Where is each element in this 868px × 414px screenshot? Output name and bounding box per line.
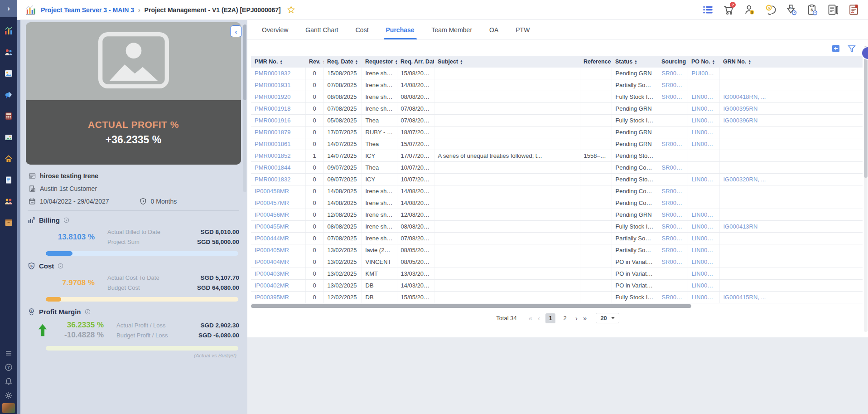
cell-pmr_no[interactable]: PMR0001844 [251, 162, 305, 174]
tab-oa[interactable]: OA [489, 20, 498, 39]
cell-grn_no[interactable]: IG000395RN [719, 103, 863, 115]
sort-icon[interactable]: ▲▼ [748, 59, 751, 64]
breadcrumb-root-link[interactable]: Project Team Server 3 - MAIN 3 [41, 6, 134, 14]
cell-pmr_no[interactable]: PMR0001920 [251, 91, 305, 103]
cell-grn_no[interactable]: IG000396RN [719, 115, 863, 127]
cell-pmr_no[interactable]: IP000395MR [251, 292, 305, 303]
cell-grn_no[interactable]: IG000320RN, ... [719, 174, 863, 185]
contract-icon[interactable] [848, 4, 860, 16]
cell-po_no[interactable]: LIN0000486 [688, 221, 719, 233]
cell-po_no[interactable]: LIN0000426 [688, 244, 719, 256]
column-header-req_date[interactable]: Req. Date▲▼ [323, 56, 362, 68]
first-page-button[interactable]: « [529, 314, 532, 322]
cell-sourcing_no[interactable]: SR000432PU,... [658, 244, 688, 256]
cell-pmr_no[interactable]: PMR0001861 [251, 138, 305, 150]
cell-pmr_no[interactable]: IP000402MR [251, 280, 305, 292]
cell-pmr_no[interactable]: IP000403MR [251, 268, 305, 280]
user-avatar[interactable] [2, 403, 15, 413]
cell-pmr_no[interactable]: IP000444MR [251, 233, 305, 244]
favorite-star-icon[interactable] [285, 5, 295, 14]
home-app-icon[interactable] [4, 154, 13, 163]
next-page-button[interactable]: › [575, 314, 578, 322]
page-button-1[interactable]: 1 [545, 313, 555, 323]
tab-ptw[interactable]: PTW [516, 20, 530, 39]
cell-po_no[interactable]: LIN0000492, ... [688, 209, 719, 221]
tab-overview[interactable]: Overview [262, 20, 288, 39]
cell-pmr_no[interactable]: IP000455MR [251, 221, 305, 233]
column-header-subject[interactable]: Subject▲▼ [434, 56, 580, 68]
cost-info-icon[interactable] [58, 263, 63, 269]
column-header-grn_no[interactable]: GRN No.▲▼ [719, 56, 863, 68]
help-icon[interactable]: ? [5, 363, 13, 371]
horizontal-scrollbar[interactable] [251, 304, 863, 308]
cell-sourcing_no[interactable]: SR000448PU [658, 79, 688, 91]
invoice-icon[interactable] [827, 4, 839, 16]
photos-app-icon[interactable] [4, 133, 13, 142]
column-header-po_no[interactable]: PO No.▲▼ [688, 56, 719, 68]
cart-icon[interactable]: ? [723, 4, 735, 16]
cell-grn_no[interactable]: IG000418RN, ... [719, 91, 863, 103]
cell-po_no[interactable]: LIN0000405 [688, 174, 719, 185]
cell-pmr_no[interactable]: IP000405MR [251, 244, 305, 256]
page-size-select[interactable]: 20 [596, 313, 619, 323]
coin-user-icon[interactable]: $ [764, 4, 776, 16]
sidebar-expand-button[interactable]: › [0, 0, 17, 17]
cell-grn_no[interactable]: IG000415RN, ... [719, 292, 863, 303]
last-page-button[interactable]: » [583, 314, 587, 322]
import-dollar-icon[interactable]: $ [785, 4, 797, 16]
column-header-sourcing_no[interactable]: Sourcing No.▲▼ [658, 56, 688, 68]
menu-list-icon[interactable] [702, 4, 714, 16]
tab-gantt-chart[interactable]: Gantt Chart [305, 20, 338, 39]
sort-icon[interactable]: ▲▼ [634, 59, 637, 64]
column-header-pmr_no[interactable]: PMR No.▲▼ [251, 56, 305, 68]
clipboard-dollar-icon[interactable]: $ [806, 4, 818, 16]
cell-sourcing_no[interactable]: SR000441PU,... [658, 233, 688, 244]
cell-po_no[interactable]: LIN0000430 [688, 280, 719, 292]
tab-cost[interactable]: Cost [356, 20, 369, 39]
cell-pmr_no[interactable]: IP000456MR [251, 209, 305, 221]
cell-pmr_no[interactable]: PMR0001918 [251, 103, 305, 115]
column-header-reference_no[interactable]: Reference No.▲▼ [580, 56, 612, 68]
team-app-icon[interactable] [4, 48, 13, 57]
docs-app-icon[interactable] [4, 175, 13, 185]
prev-page-button[interactable]: ‹ [538, 314, 540, 322]
column-header-status[interactable]: Status▲▼ [612, 56, 658, 68]
cell-sourcing_no[interactable]: SR000445PU,... [658, 91, 688, 103]
cell-po_no[interactable]: LIN0000487, ... [688, 91, 719, 103]
cell-po_no[interactable]: LIN0000404, ... [688, 138, 719, 150]
cell-pmr_no[interactable]: PMR0001852 [251, 150, 305, 162]
user-dollar-icon[interactable]: $ [743, 4, 756, 16]
cell-sourcing_no[interactable]: SR000444PU [658, 221, 688, 233]
cell-sourcing_no[interactable]: SR000433PU [658, 256, 688, 268]
cell-po_no[interactable]: LIN0000429 [688, 268, 719, 280]
sort-icon[interactable]: ▲▼ [712, 59, 715, 64]
cell-pmr_no[interactable]: PMR0001931 [251, 79, 305, 91]
sort-icon[interactable]: ▲▼ [460, 59, 463, 64]
cell-pmr_no[interactable]: IP000404MR [251, 256, 305, 268]
calculator-app-icon[interactable] [4, 112, 13, 121]
cell-po_no[interactable]: LIN0000427, ... [688, 256, 719, 268]
sort-icon[interactable]: ▲▼ [280, 59, 282, 64]
megaphone-app-icon[interactable] [4, 90, 13, 99]
cell-pmr_no[interactable]: IP000458MR [251, 185, 305, 197]
cell-grn_no[interactable]: IG000413RN [719, 221, 863, 233]
vertical-scrollbar[interactable] [864, 46, 868, 332]
cell-po_no[interactable]: LIN0000466 [688, 233, 719, 244]
panel-scrollbar[interactable] [243, 24, 246, 192]
cell-pmr_no[interactable]: IP000457MR [251, 197, 305, 209]
cell-po_no[interactable]: LIN0000471 [688, 292, 719, 303]
cell-sourcing_no[interactable]: SR000449PU [658, 185, 688, 197]
column-header-req_arr_date[interactable]: Req. Arr. Date▲▼ [397, 56, 434, 68]
chart-app-icon[interactable] [4, 26, 13, 35]
settings-icon[interactable] [5, 391, 13, 399]
cell-pmr_no[interactable]: PMR0001932 [251, 68, 305, 79]
cell-po_no[interactable]: PUI0000037 [688, 68, 719, 79]
billing-info-icon[interactable] [63, 217, 69, 223]
tab-team-member[interactable]: Team Member [432, 20, 472, 39]
sort-icon[interactable]: ▲▼ [322, 59, 323, 64]
cell-pmr_no[interactable]: PMR0001832 [251, 174, 305, 185]
gallery-app-icon[interactable] [4, 69, 13, 78]
cell-sourcing_no[interactable]: SR000446PU,... [658, 209, 688, 221]
notifications-icon[interactable] [5, 377, 13, 385]
filter-icon[interactable] [847, 44, 856, 53]
